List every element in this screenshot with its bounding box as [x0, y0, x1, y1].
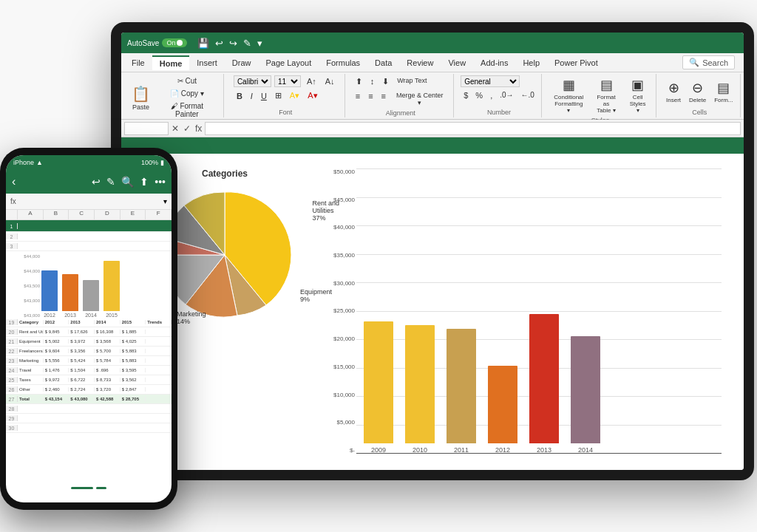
cell-styles-button[interactable]: ▣ CellStyles ▾	[625, 75, 651, 115]
tab-page-layout[interactable]: Page Layout	[258, 56, 319, 69]
customize-icon[interactable]: ✎	[242, 36, 253, 50]
tab-file[interactable]: File	[124, 56, 152, 69]
redo-icon[interactable]: ↪	[228, 36, 239, 50]
phone-row-23: 23 Marketing $ 5,556 $ 5,424 $ 5,784 $ 5…	[6, 356, 172, 366]
paste-button[interactable]: 📋 Paste	[129, 83, 153, 112]
conditional-formatting-button[interactable]: ▦ ConditionalFormatting ▾	[549, 75, 588, 115]
phone-row-22: 22 Freelancers $ 9,604 $ 3,356 $ 5,700 $…	[6, 347, 172, 356]
italic-button[interactable]: I	[248, 90, 256, 102]
tab-addins[interactable]: Add-ins	[473, 56, 515, 69]
tab-view[interactable]: View	[441, 56, 473, 69]
tab-data[interactable]: Data	[367, 56, 399, 69]
confirm-formula-icon[interactable]: ✓	[183, 123, 191, 134]
tab-review[interactable]: Review	[399, 56, 441, 69]
autosave-label: AutoSave	[127, 39, 159, 47]
font-size-select[interactable]: 11	[274, 75, 301, 87]
phone-y-axis: $44,000 $44,000 $43,500 $43,000 $43,000	[21, 254, 41, 318]
fill-color-button[interactable]: A▾	[287, 89, 302, 102]
phone-bars: 2012 2013 2014	[41, 254, 169, 318]
cells-label: Cells	[692, 109, 707, 116]
phone-pencil-icon[interactable]: ✎	[106, 176, 115, 188]
bar-2009-label: 2009	[371, 446, 386, 454]
phone-row-28: 28	[6, 404, 172, 414]
font-family-select[interactable]: Calibri	[234, 75, 271, 87]
bold-button[interactable]: B	[234, 90, 245, 102]
decrease-font-button[interactable]: A↓	[322, 75, 338, 87]
tab-insert[interactable]: Insert	[189, 56, 225, 69]
formula-input[interactable]	[205, 122, 741, 135]
decrease-decimal-button[interactable]: ←.0	[518, 89, 537, 101]
number-format-select[interactable]: General	[461, 75, 520, 87]
insert-cells-button[interactable]: ⊕ Insert	[663, 78, 684, 105]
percent-format-button[interactable]: %	[472, 89, 486, 101]
battery-icon: ▮	[160, 159, 164, 166]
phone-formula-bar: fx ▾	[6, 194, 172, 210]
tab-help[interactable]: Help	[515, 56, 547, 69]
merge-center-button[interactable]: Merge & Center ▾	[391, 90, 449, 108]
wrap-text-button[interactable]: Wrap Text	[394, 75, 430, 88]
increase-decimal-button[interactable]: .0→	[497, 89, 516, 101]
phone-row-19: 19 Category 2012 2013 2014 2015 Trends	[6, 318, 172, 327]
bar-2013-fill	[529, 314, 559, 443]
back-button[interactable]: ‹	[12, 175, 16, 188]
format-cells-button[interactable]: ▤ Form...	[711, 78, 736, 105]
cut-copy-format: ✂ Cut 📄 Copy ▾ 🖌 Format Painter	[155, 75, 219, 120]
cancel-formula-icon[interactable]: ✕	[172, 123, 179, 134]
format-as-table-button[interactable]: ▤ Format asTable ▾	[590, 75, 622, 115]
undo-icon[interactable]: ↩	[214, 36, 225, 50]
dollar-format-button[interactable]: $	[461, 89, 471, 101]
tab-formulas[interactable]: Formulas	[319, 56, 367, 69]
phone-selection-indicator	[71, 487, 106, 489]
tab-draw[interactable]: Draw	[225, 56, 259, 69]
cond-format-icon: ▦	[563, 77, 575, 93]
alignment-group: ⬆ ↕ ⬇ Wrap Text ≡ ≡ ≡ Merge & Center ▾ A…	[348, 74, 454, 117]
insert-icon: ⊕	[668, 80, 679, 96]
phone-undo-icon[interactable]: ↩	[92, 176, 101, 188]
alignment-controls: ⬆ ↕ ⬇ Wrap Text ≡ ≡ ≡ Merge & Center ▾	[353, 75, 449, 108]
name-box[interactable]	[124, 122, 169, 135]
phone-search-icon[interactable]: 🔍	[121, 176, 134, 188]
cut-button[interactable]: ✂ Cut	[155, 75, 219, 86]
comma-format-button[interactable]: ,	[487, 89, 495, 101]
cells-group: ⊕ Insert ⊖ Delete ▤ Form... Cells	[659, 74, 741, 117]
paste-icon: 📋	[132, 85, 150, 103]
save-icon[interactable]: 💾	[196, 36, 211, 50]
align-center-button[interactable]: ≡	[365, 90, 376, 108]
align-bottom-button[interactable]: ⬇	[379, 75, 392, 88]
font-row1: Calibri 11 A↑ A↓	[234, 75, 338, 87]
phone-share-icon[interactable]: ⬆	[140, 176, 149, 188]
y-label-10k: $10,000	[321, 392, 355, 398]
tablet-device: AutoSave On 💾 ↩ ↪ ✎ ▾ File Home	[111, 22, 754, 480]
font-color-button[interactable]: A▾	[305, 89, 320, 102]
phone-function-icon[interactable]: fx	[10, 197, 16, 205]
bar-2009-fill	[364, 321, 393, 443]
align-left-button[interactable]: ≡	[353, 90, 363, 108]
phone-more-icon[interactable]: •••	[155, 176, 166, 188]
increase-font-button[interactable]: A↑	[304, 75, 319, 87]
number-controls: General $ % , .0→ ←.0	[461, 75, 537, 107]
clipboard-group: 📋 Paste ✂ Cut 📄 Copy ▾ 🖌 Format Painter …	[124, 74, 224, 117]
tab-power-pivot[interactable]: Power Pivot	[547, 56, 605, 69]
font-label: Font	[279, 109, 292, 116]
underline-button[interactable]: U	[258, 90, 270, 102]
search-area[interactable]: 🔍 Search	[682, 55, 735, 69]
align-middle-button[interactable]: ↕	[367, 75, 378, 88]
delete-cells-button[interactable]: ⊖ Delete	[686, 78, 709, 105]
phone-status-bar: iPhone ▲ 100% ▮	[6, 155, 172, 170]
border-button[interactable]: ⊞	[272, 89, 285, 102]
autosave-toggle[interactable]: On	[162, 38, 187, 47]
y-label-5k: $5,000	[321, 419, 355, 426]
y-label-35k: $35,000	[321, 252, 355, 259]
copy-button[interactable]: 📄 Copy ▾	[155, 88, 219, 99]
bar-2014-fill	[571, 336, 600, 443]
phone-formula-input[interactable]	[19, 197, 160, 205]
alignment-label: Alignment	[386, 109, 415, 117]
format-painter-button[interactable]: 🖌 Format Painter	[155, 100, 219, 120]
function-icon[interactable]: fx	[195, 123, 202, 134]
align-right-button[interactable]: ≡	[378, 90, 389, 108]
align-top-button[interactable]: ⬆	[353, 75, 365, 88]
tab-home[interactable]: Home	[152, 55, 190, 70]
phone-col-c: C	[69, 210, 95, 219]
phone-col-headers: A B C D E F	[6, 210, 172, 220]
more-icon[interactable]: ▾	[256, 36, 264, 50]
